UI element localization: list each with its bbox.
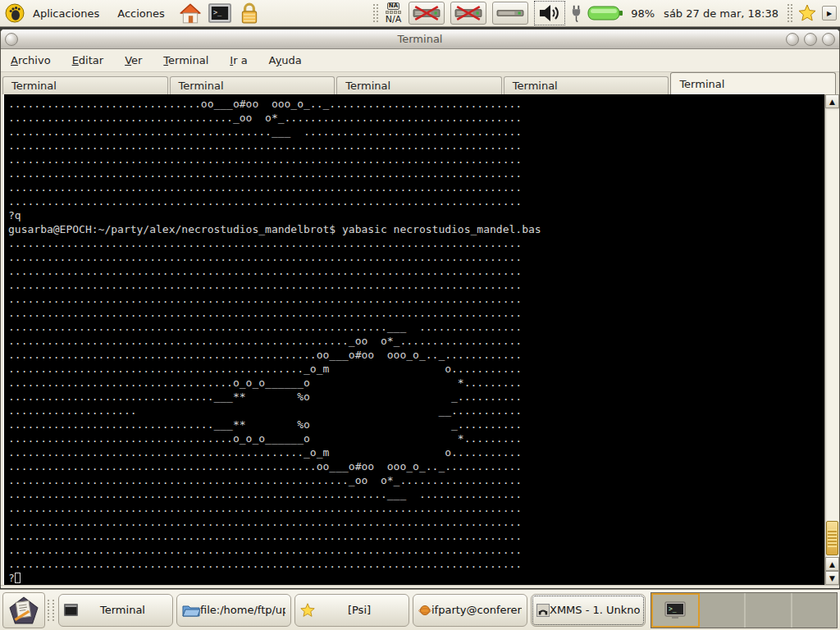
terminal-tab-4[interactable]: Terminal [504,76,669,94]
svg-text:>_: >_ [669,605,677,613]
gnome-foot-icon [5,3,25,23]
network-interface-button-1[interactable] [409,2,445,25]
menu-bar: ArchivoEditarVerTerminalIr aAyuda [1,49,839,72]
menu-ir-a[interactable]: Ir a [230,54,247,66]
scrollbar-thumb[interactable] [826,521,838,555]
lock-screen-launcher[interactable] [237,1,262,25]
tab-label: Terminal [513,80,558,92]
taskbar-button-label: Terminal [78,604,167,616]
down-arrow-icon: ▼ [829,574,835,582]
scrollbar-trough[interactable] [825,108,839,557]
menu-archivo[interactable]: Archivo [11,54,51,66]
tab-label: Terminal [11,80,57,92]
panel-grip[interactable] [373,4,378,22]
network-interface-button-2[interactable] [450,2,486,25]
window-titlebar[interactable]: Terminal [1,30,839,49]
menu-editar[interactable]: Editar [72,54,104,66]
network-interface-button-3[interactable] [492,2,528,25]
up-arrow-icon: ▲ [829,98,835,106]
show-desktop-button[interactable] [2,592,45,628]
clock-applet[interactable]: sáb 27 de mar, 18:38 [664,7,778,20]
battery-icon[interactable] [587,4,623,22]
taskbar-button-label: [Psi] [315,604,404,616]
taskbar-button-terminal[interactable]: Terminal [58,594,173,627]
workspace-1[interactable]: >_ [651,593,700,628]
workspace-2[interactable] [700,593,746,628]
panel-grip[interactable] [788,4,792,22]
tab-label: Terminal [179,80,224,92]
workspace-3[interactable] [746,593,792,628]
network-connected-icon [495,4,525,22]
terminal-tab-2[interactable]: Terminal [170,76,336,94]
scroll-down-button[interactable]: ▼ [825,571,839,585]
lock-icon [239,2,260,25]
modem-status: N/A [386,15,401,24]
workspace-4[interactable] [792,593,838,628]
terminal-scrollbar[interactable]: ▲ ▲ ▼ [824,94,839,585]
terminal-cursor [15,573,21,583]
volume-applet[interactable] [534,1,565,25]
terminal-tab-5[interactable]: Terminal [670,72,836,94]
tasklist-handle[interactable] [48,600,54,621]
star-notification-icon[interactable] [798,4,816,22]
terminal-viewport[interactable]: ..............................oo___o#oo … [1,94,839,585]
terminal-icon [64,604,78,616]
taskbar-button-label: ifparty@conferen [431,604,522,616]
window-bottom-border [1,585,839,588]
scroll-up-button-bottom[interactable]: ▲ [825,557,839,571]
taskbar-button-file-home-ftp-upl[interactable]: file:/home/ftp/upl [176,594,291,627]
terminal-window: Terminal ArchivoEditarVerTerminalIr aAyu… [0,29,840,587]
terminal-text[interactable]: ..............................oo___o#oo … [3,94,824,585]
folder-icon [182,603,200,618]
applications-menu-label: Aplicaciones [30,7,103,20]
panel-hide-button[interactable]: ▶ [822,6,837,21]
battery-percentage: 98% [631,7,655,20]
home-icon [179,2,202,25]
top-panel: Aplicaciones Acciones >_ NA N/A [0,0,840,27]
right-arrow-icon: ▶ [827,10,832,17]
desktop-notes-icon [9,596,39,624]
tab-label: Terminal [679,78,724,90]
taskbar-button-label: file:/home/ftp/upl [200,604,285,616]
tab-label: Terminal [345,80,390,92]
star-icon [300,603,315,618]
tab-strip: TerminalTerminalTerminalTerminalTerminal [1,72,839,94]
taskbar-button--psi-[interactable]: [Psi] [294,594,409,627]
menu-ayuda[interactable]: Ayuda [269,54,302,66]
menu-ver[interactable]: Ver [125,54,142,66]
jabber-icon [418,604,431,617]
home-launcher[interactable] [178,1,203,25]
applications-menu[interactable]: Aplicaciones [3,2,107,25]
taskbar-button-xmms-1-unkno[interactable]: XMMS - 1. Unkno [531,594,646,627]
network-disconnected-icon [412,4,441,22]
scroll-up-button[interactable]: ▲ [825,94,839,108]
power-plug-icon [571,4,582,22]
workspace-window-terminal-icon: >_ [664,601,686,619]
terminal-icon: >_ [208,2,232,24]
workspace-switcher[interactable]: >_ [651,592,838,628]
headphones-icon [536,604,550,617]
taskbar-button-ifparty-conferen[interactable]: ifparty@conferen [413,594,527,627]
up-arrow-icon: ▲ [829,560,835,568]
terminal-tab-3[interactable]: Terminal [336,76,502,94]
actions-menu[interactable]: Acciones [112,6,173,21]
menu-terminal[interactable]: Terminal [163,54,208,66]
terminal-launcher[interactable]: >_ [208,1,232,25]
speaker-icon [537,2,562,24]
terminal-tab-1[interactable]: Terminal [2,76,168,94]
taskbar-button-label: XMMS - 1. Unkno [550,604,640,616]
window-title: Terminal [1,33,839,45]
svg-text:>_: >_ [213,8,222,16]
modem-badge: NA [387,2,399,10]
actions-menu-label: Acciones [114,7,168,20]
network-disconnected-icon [454,4,483,22]
modem-lights-applet[interactable]: NA N/A [384,2,403,25]
bottom-taskbar: Terminalfile:/home/ftp/upl[Psi]ifparty@c… [0,589,840,630]
